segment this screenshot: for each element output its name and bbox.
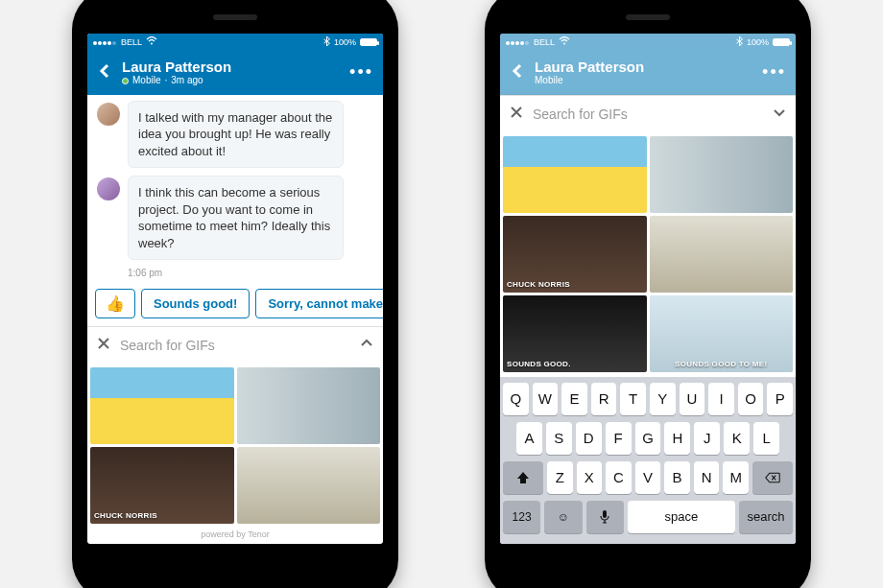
- key-e[interactable]: E: [561, 383, 587, 415]
- key-g[interactable]: G: [635, 422, 661, 455]
- keyboard-row: QWERTYUIOP: [503, 383, 793, 415]
- carrier-label: BELL: [121, 37, 142, 47]
- key-emoji[interactable]: ☺: [544, 501, 582, 533]
- gif-tile[interactable]: CHUCK NORRIS: [503, 216, 647, 293]
- gif-grid[interactable]: CHUCK NORRIS SOUNDS GOOD. SOUNDS GOOD TO…: [500, 133, 796, 377]
- key-backspace[interactable]: [752, 461, 793, 494]
- gif-grid[interactable]: CHUCK NORRIS: [87, 365, 383, 527]
- more-button[interactable]: •••: [762, 62, 786, 82]
- reply-chip[interactable]: Sorry, cannot make it: [255, 289, 383, 318]
- key-s[interactable]: S: [546, 422, 572, 455]
- key-z[interactable]: Z: [547, 461, 573, 494]
- key-o[interactable]: O: [738, 383, 764, 415]
- time-ago: 3m ago: [171, 75, 203, 86]
- key-d[interactable]: D: [576, 422, 602, 455]
- carrier-label: BELL: [534, 37, 555, 47]
- gif-search-input[interactable]: Search for GIFs: [533, 106, 763, 122]
- chevron-down-icon[interactable]: [773, 106, 786, 123]
- key-j[interactable]: J: [694, 422, 720, 455]
- gif-tile[interactable]: SOUNDS GOOD TO ME!: [650, 295, 794, 372]
- key-q[interactable]: Q: [503, 383, 529, 415]
- gif-tile[interactable]: SOUNDS GOOD.: [503, 295, 647, 372]
- message-bubble: I think this can become a serious projec…: [128, 176, 344, 260]
- key-l[interactable]: L: [753, 422, 779, 455]
- gif-tile[interactable]: [650, 136, 794, 213]
- battery-icon: [773, 38, 790, 46]
- key-h[interactable]: H: [664, 422, 690, 455]
- svg-point-1: [563, 43, 565, 45]
- reply-chip[interactable]: Sounds good!: [141, 289, 250, 318]
- nav-bar: Laura Patterson Mobile •••: [500, 51, 796, 95]
- gif-tile[interactable]: CHUCK NORRIS: [90, 447, 234, 524]
- svg-rect-2: [603, 510, 607, 518]
- keyboard[interactable]: QWERTYUIOP ASDFGHJKL ZXCVBNM 123 ☺: [500, 377, 796, 544]
- status-bar: BELL 100%: [87, 34, 383, 51]
- back-button[interactable]: [510, 63, 525, 82]
- bluetooth-icon: [323, 36, 330, 48]
- key-u[interactable]: U: [680, 383, 705, 415]
- status-bar: BELL 100%: [500, 34, 796, 51]
- nav-bar: Laura Patterson Mobile · 3m ago •••: [87, 51, 383, 95]
- keyboard-row: ZXCVBNM: [503, 461, 793, 494]
- key-123[interactable]: 123: [503, 501, 540, 533]
- key-c[interactable]: C: [606, 461, 632, 494]
- gif-tile[interactable]: [650, 216, 794, 293]
- message: I talked with my manager about the idea …: [97, 101, 373, 169]
- close-icon[interactable]: [510, 106, 523, 123]
- keyboard-row: 123 ☺ space search: [503, 501, 793, 533]
- phone-left: BELL 100% Laura Pat: [72, 0, 398, 588]
- key-m[interactable]: M: [723, 461, 749, 494]
- gif-tile[interactable]: [237, 447, 381, 524]
- key-y[interactable]: Y: [650, 383, 676, 415]
- gif-tile[interactable]: [90, 367, 234, 444]
- key-search[interactable]: search: [739, 501, 793, 533]
- gif-search-bar: Search for GIFs: [87, 326, 383, 365]
- chat-title: Laura Patterson: [535, 59, 752, 75]
- key-f[interactable]: F: [606, 422, 632, 455]
- key-space[interactable]: space: [628, 501, 735, 533]
- message-timestamp: 1:06 pm: [128, 268, 373, 278]
- phone-right: BELL 100% Laura Pat: [485, 0, 811, 588]
- key-w[interactable]: W: [533, 383, 559, 415]
- avatar[interactable]: [97, 177, 120, 200]
- reply-chip-emoji[interactable]: 👍: [95, 289, 135, 318]
- gif-tile[interactable]: [237, 367, 381, 444]
- key-n[interactable]: N: [694, 461, 720, 494]
- message-bubble: I talked with my manager about the idea …: [128, 101, 344, 169]
- battery-pct: 100%: [747, 37, 769, 47]
- key-t[interactable]: T: [620, 383, 646, 415]
- chat-title: Laura Patterson: [122, 59, 340, 75]
- wifi-icon: [559, 36, 570, 47]
- presence-label: Mobile: [132, 75, 160, 86]
- smart-reply-row: 👍 Sounds good! Sorry, cannot make it: [87, 289, 383, 326]
- close-icon[interactable]: [97, 337, 110, 354]
- svg-point-0: [151, 43, 153, 45]
- gif-search-input[interactable]: Search for GIFs: [120, 338, 350, 353]
- key-b[interactable]: B: [664, 461, 690, 494]
- signal-dots-icon: [93, 37, 117, 47]
- key-k[interactable]: K: [724, 422, 750, 455]
- key-v[interactable]: V: [635, 461, 661, 494]
- battery-pct: 100%: [334, 37, 356, 47]
- gif-tile[interactable]: [503, 136, 647, 213]
- keyboard-row: ASDFGHJKL: [503, 422, 793, 455]
- presence-dot-icon: [122, 78, 129, 84]
- bluetooth-icon: [736, 36, 743, 48]
- key-mic[interactable]: [586, 501, 624, 533]
- key-i[interactable]: I: [708, 383, 734, 415]
- more-button[interactable]: •••: [349, 62, 373, 82]
- signal-dots-icon: [506, 37, 530, 47]
- message: I think this can become a serious projec…: [97, 176, 373, 260]
- battery-icon: [360, 38, 377, 46]
- key-shift[interactable]: [503, 461, 543, 494]
- key-x[interactable]: X: [577, 461, 603, 494]
- avatar[interactable]: [97, 103, 120, 126]
- chat-thread[interactable]: I talked with my manager about the idea …: [87, 95, 383, 289]
- key-p[interactable]: P: [767, 383, 793, 415]
- gif-search-bar: Search for GIFs: [500, 95, 796, 133]
- back-button[interactable]: [97, 63, 112, 82]
- key-r[interactable]: R: [591, 383, 617, 415]
- key-a[interactable]: A: [516, 422, 542, 455]
- chevron-up-icon[interactable]: [360, 337, 373, 354]
- powered-by-label: powered by Tenor: [87, 527, 383, 544]
